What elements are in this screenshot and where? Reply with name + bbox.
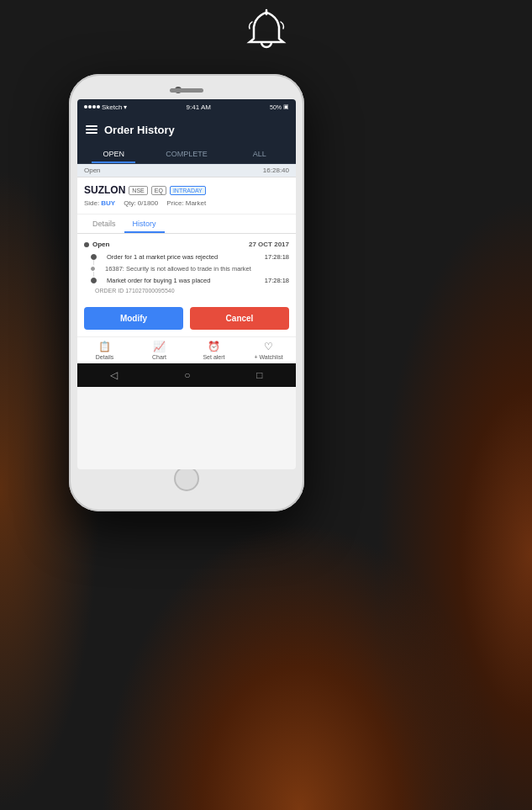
type-badge: INTRADAY — [170, 186, 206, 195]
status-time: 9:41 AM — [187, 103, 211, 111]
watchlist-icon: ♡ — [264, 341, 273, 352]
exchange-badge: NSE — [129, 186, 147, 195]
phone-bottom-area — [77, 469, 296, 488]
signal-dot-1 — [84, 105, 87, 109]
phone-wrapper: Sketch ▾ 9:41 AM 50% ▣ Order History — [69, 74, 304, 511]
qty-value: 0/1800 — [138, 199, 158, 207]
phone-outer: Sketch ▾ 9:41 AM 50% ▣ Order History — [69, 74, 304, 511]
open-section-label: Open — [84, 167, 101, 174]
carrier-text: Sketch — [102, 103, 122, 111]
hamburger-line-1 — [86, 125, 97, 127]
details-nav-label: Details — [96, 354, 113, 360]
event-3-text: Market order for buying 1 was placed — [107, 277, 210, 285]
timeline-item-2: 16387: Security is not allowed to trade … — [91, 265, 289, 273]
tab-details[interactable]: Details — [84, 214, 124, 233]
nav-item-chart[interactable]: 📈 Chart — [132, 341, 187, 360]
history-date-row: Open 27 OCT 2017 — [84, 241, 289, 248]
price-value: Market — [186, 199, 206, 207]
nav-item-watchlist[interactable]: ♡ + Watchlist — [241, 341, 296, 360]
hamburger-menu[interactable] — [86, 125, 97, 134]
wifi-icon: ▾ — [124, 103, 127, 111]
price-label: Price: Market — [166, 199, 206, 207]
nav-item-alert[interactable]: ⏰ Set alert — [187, 341, 241, 360]
tab-history[interactable]: History — [124, 214, 165, 233]
cancel-button[interactable]: Cancel — [190, 307, 289, 330]
open-section-header: Open 16:28:40 — [77, 164, 296, 177]
timeline-dot-3 — [91, 278, 97, 283]
order-card: SUZLON NSE EQ INTRADAY Side: BUY Qty: 0/… — [77, 177, 296, 214]
chart-nav-label: Chart — [152, 354, 166, 360]
card-top: SUZLON NSE EQ INTRADAY — [84, 184, 289, 196]
nav-item-details[interactable]: 📋 Details — [77, 341, 132, 360]
watchlist-nav-label: + Watchlist — [254, 354, 282, 360]
history-content: Open 27 OCT 2017 Order for 1 — [77, 234, 296, 300]
bottom-nav: 📋 Details 📈 Chart ⏰ Set alert ♡ + Watchl… — [77, 336, 296, 363]
signal-dot-2 — [88, 105, 92, 109]
tab-all[interactable]: ALL — [223, 145, 296, 163]
header-title: Order History — [104, 124, 175, 136]
battery-icon: ▣ — [283, 103, 289, 110]
home-physical-button[interactable] — [174, 466, 199, 491]
event-3-time: 17:28:18 — [265, 277, 289, 285]
timeline-row-1: Order for 1 at market price was rejected… — [107, 253, 289, 262]
recent-button[interactable]: □ — [256, 369, 262, 381]
card-details: Side: BUY Qty: 0/1800 Price: Market — [84, 199, 289, 207]
app-header: Order History — [77, 114, 296, 145]
back-button[interactable]: ◁ — [110, 369, 118, 381]
tab-complete[interactable]: COMPLETE — [150, 145, 224, 163]
timeline-row-3: Market order for buying 1 was placed 17:… — [107, 277, 289, 285]
phone-speaker — [170, 88, 203, 93]
timeline-item-3: Market order for buying 1 was placed 17:… — [91, 277, 289, 285]
side-value: BUY — [101, 199, 115, 207]
event-1-time: 17:28:18 — [265, 253, 289, 262]
status-bar: Sketch ▾ 9:41 AM 50% ▣ — [77, 99, 296, 114]
alert-icon: ⏰ — [208, 341, 220, 352]
timeline-content-1: Order for 1 at market price was rejected… — [107, 253, 289, 262]
timeline-dot-1 — [91, 254, 97, 260]
event-1-text: Order for 1 at market price was rejected — [107, 253, 218, 262]
inner-tab-bar: Details History — [77, 214, 296, 234]
android-nav-bar: ◁ ○ □ — [77, 363, 296, 387]
status-left: Sketch ▾ — [84, 103, 127, 111]
action-buttons: Modify Cancel — [77, 300, 296, 336]
chart-icon: 📈 — [153, 341, 166, 352]
order-id: ORDER ID 171027000095540 — [84, 288, 289, 294]
qty-label: Qty: 0/1800 — [124, 199, 158, 207]
signal-bars — [84, 105, 100, 109]
battery-text: 50% — [270, 104, 282, 110]
timeline-content-3: Market order for buying 1 was placed 17:… — [107, 277, 289, 285]
bell-container — [245, 8, 287, 62]
timeline-content-2: 16387: Security is not allowed to trade … — [105, 265, 289, 273]
stock-name: SUZLON — [84, 184, 125, 196]
signal-dot-4 — [97, 105, 100, 109]
main-tab-bar: OPEN COMPLETE ALL — [77, 145, 296, 164]
timeline: Order for 1 at market price was rejected… — [84, 253, 289, 284]
bell-icon — [245, 8, 287, 62]
status-right: 50% ▣ — [270, 103, 289, 110]
event-2-text: 16387: Security is not allowed to trade … — [105, 265, 251, 273]
phone-top-bar — [77, 82, 296, 98]
hamburger-line-3 — [86, 132, 97, 134]
history-date: 27 OCT 2017 — [249, 241, 289, 248]
modify-button[interactable]: Modify — [84, 307, 183, 330]
open-dot — [84, 242, 89, 247]
phone-screen: Sketch ▾ 9:41 AM 50% ▣ Order History — [77, 99, 296, 469]
tab-open[interactable]: OPEN — [77, 145, 150, 163]
segment-badge: EQ — [151, 186, 166, 195]
details-icon: 📋 — [98, 341, 111, 352]
home-button[interactable]: ○ — [184, 369, 190, 381]
timeline-item-1: Order for 1 at market price was rejected… — [91, 253, 289, 262]
side-label: Side: BUY — [84, 199, 115, 207]
open-section-time: 16:28:40 — [263, 167, 289, 174]
hamburger-line-2 — [86, 129, 97, 130]
alert-nav-label: Set alert — [203, 354, 224, 360]
history-open-label: Open — [84, 241, 109, 248]
signal-dot-3 — [92, 105, 96, 109]
timeline-dot-2 — [91, 267, 95, 271]
